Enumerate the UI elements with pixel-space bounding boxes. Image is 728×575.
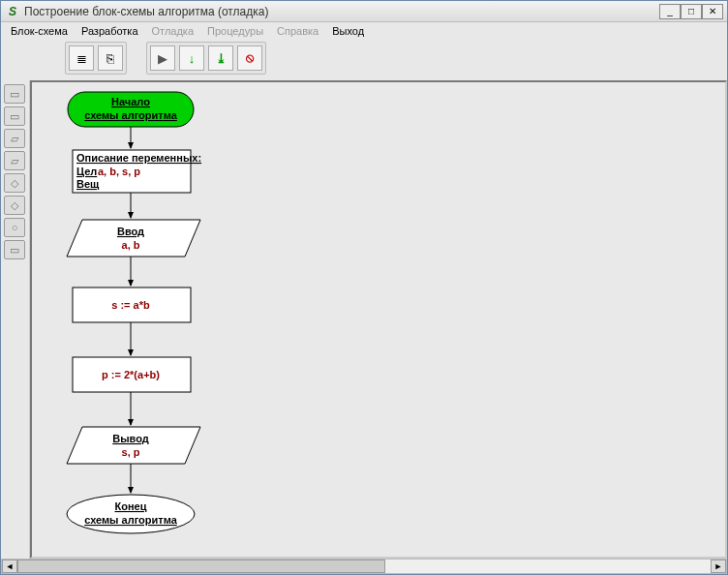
content: ▭ ▭ ▱ ▱ ◇ ◇ ○ ▭: [1, 80, 727, 574]
window-title: Построение блок-схемы алгоритма (отладка…: [24, 5, 655, 18]
menu-debug: Отладка: [152, 25, 194, 37]
svg-text:a, b: a, b: [122, 239, 140, 251]
palette-para2-icon[interactable]: ▱: [4, 151, 25, 170]
menu-develop[interactable]: Разработка: [81, 25, 138, 37]
svg-text:p := 2*(a+b): p := 2*(a+b): [102, 369, 160, 380]
horizontal-scrollbar[interactable]: ◄ ►: [1, 559, 727, 574]
svg-text:Вывод: Вывод: [112, 433, 149, 444]
block-output[interactable]: Вывод s, p: [67, 427, 200, 464]
app-icon: S: [5, 4, 20, 19]
block-proc-p[interactable]: p := 2*(a+b): [73, 357, 191, 392]
flowchart-svg: Начало схемы алгоритма Описание переменн…: [32, 82, 710, 559]
svg-text:s := a*b: s := a*b: [111, 299, 150, 311]
play-icon[interactable]: ▶: [150, 45, 175, 71]
palette-rect2-icon[interactable]: ▭: [4, 106, 25, 126]
svg-text:Описание переменных:: Описание переменных:: [76, 152, 201, 164]
block-start[interactable]: Начало схемы алгоритма: [68, 92, 194, 127]
svg-text:s, p: s, p: [122, 446, 140, 458]
svg-text:Конец: Конец: [115, 500, 147, 512]
block-end[interactable]: Конец схемы алгоритма: [67, 495, 195, 533]
svg-text:схемы алгоритма: схемы алгоритма: [84, 109, 177, 121]
tb-list-icon[interactable]: ≣: [69, 45, 94, 71]
flowchart-canvas[interactable]: Начало схемы алгоритма Описание переменн…: [30, 80, 727, 559]
menu-flowchart[interactable]: Блок-схема: [11, 25, 68, 37]
block-input[interactable]: Ввод a, b: [67, 220, 200, 257]
scroll-right-icon[interactable]: ►: [711, 560, 726, 573]
scroll-thumb[interactable]: [17, 560, 385, 573]
palette-diam1-icon[interactable]: ◇: [4, 173, 25, 193]
scroll-left-icon[interactable]: ◄: [2, 560, 17, 573]
palette-diam2-icon[interactable]: ◇: [4, 196, 25, 215]
tb-copy-icon[interactable]: ⎘: [98, 45, 123, 71]
step-over-icon[interactable]: ↓: [179, 45, 204, 71]
palette-para1-icon[interactable]: ▱: [4, 129, 25, 148]
minimize-button[interactable]: _: [659, 4, 681, 19]
svg-text:Начало: Начало: [111, 96, 150, 107]
menubar: Блок-схема Разработка Отладка Процедуры …: [1, 22, 727, 40]
toolbar-group-debug: ▶ ↓ ⤓ ⦸: [146, 42, 266, 75]
svg-text:Вещ: Вещ: [76, 178, 100, 190]
menu-help: Справка: [277, 25, 318, 37]
menu-exit[interactable]: Выход: [332, 25, 364, 37]
palette-rect1-icon[interactable]: ▭: [4, 84, 25, 104]
scroll-track[interactable]: [17, 560, 711, 573]
toolbar-group-left: ≣ ⎘: [65, 42, 127, 75]
menu-procedures: Процедуры: [207, 25, 263, 37]
app-window: S Построение блок-схемы алгоритма (отлад…: [0, 0, 728, 575]
toolbar: ≣ ⎘ ▶ ↓ ⤓ ⦸: [1, 40, 727, 80]
shape-palette: ▭ ▭ ▱ ▱ ◇ ◇ ○ ▭: [1, 80, 30, 559]
svg-text:Цел: Цел: [76, 166, 97, 177]
close-button[interactable]: ✕: [702, 4, 723, 19]
palette-circle-icon[interactable]: ○: [4, 218, 25, 237]
block-vars[interactable]: Описание переменных: Цел a, b, s, p Вещ: [73, 150, 201, 193]
maximize-button[interactable]: □: [681, 4, 702, 19]
block-proc-s[interactable]: s := a*b: [73, 288, 191, 322]
window-buttons: _ □ ✕: [659, 4, 723, 19]
svg-text:a, b, s, p: a, b, s, p: [98, 166, 140, 177]
svg-text:Ввод: Ввод: [117, 226, 144, 237]
svg-text:схемы алгоритма: схемы алгоритма: [84, 514, 177, 526]
step-into-icon[interactable]: ⤓: [208, 45, 233, 71]
titlebar: S Построение блок-схемы алгоритма (отлад…: [1, 1, 727, 22]
stop-icon[interactable]: ⦸: [237, 45, 262, 71]
palette-rect3-icon[interactable]: ▭: [4, 240, 25, 259]
